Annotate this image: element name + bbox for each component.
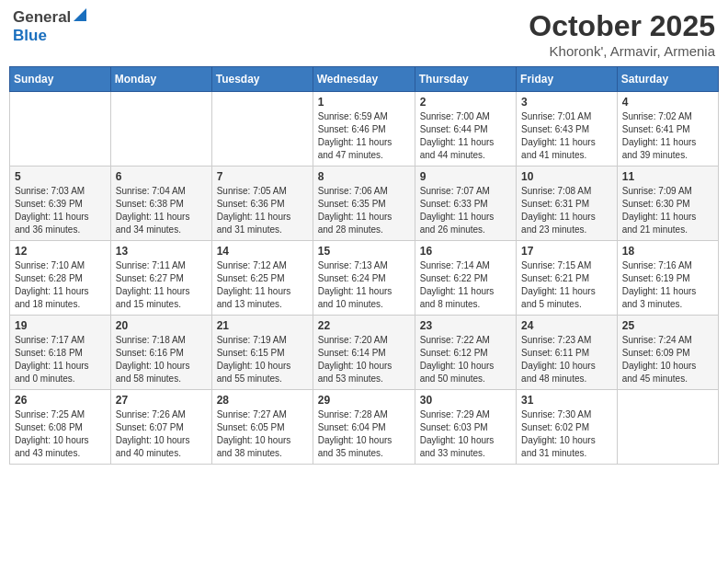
day-info: Sunrise: 7:20 AM Sunset: 6:14 PM Dayligh… — [318, 334, 410, 385]
day-number: 4 — [622, 96, 713, 109]
day-info: Sunrise: 7:24 AM Sunset: 6:09 PM Dayligh… — [622, 334, 713, 385]
page: General Blue October 2025 Khoronk', Arma… — [0, 0, 728, 563]
day-number: 29 — [318, 394, 410, 407]
day-info: Sunrise: 7:30 AM Sunset: 6:02 PM Dayligh… — [521, 408, 612, 460]
weekday-header-sunday: Sunday — [10, 67, 111, 92]
day-cell: 9Sunrise: 7:07 AM Sunset: 6:33 PM Daylig… — [415, 167, 516, 241]
day-cell: 7Sunrise: 7:05 AM Sunset: 6:36 PM Daylig… — [211, 167, 313, 241]
day-info: Sunrise: 7:26 AM Sunset: 6:07 PM Dayligh… — [116, 408, 207, 460]
day-number: 15 — [318, 245, 410, 258]
day-cell: 12Sunrise: 7:10 AM Sunset: 6:28 PM Dayli… — [10, 241, 111, 316]
day-info: Sunrise: 7:08 AM Sunset: 6:31 PM Dayligh… — [521, 185, 612, 236]
day-info: Sunrise: 7:06 AM Sunset: 6:35 PM Dayligh… — [318, 185, 410, 236]
day-info: Sunrise: 7:03 AM Sunset: 6:39 PM Dayligh… — [15, 185, 106, 236]
day-cell: 16Sunrise: 7:14 AM Sunset: 6:22 PM Dayli… — [415, 241, 516, 316]
day-number: 9 — [420, 170, 511, 183]
day-cell: 24Sunrise: 7:23 AM Sunset: 6:11 PM Dayli… — [517, 316, 618, 390]
day-cell: 25Sunrise: 7:24 AM Sunset: 6:09 PM Dayli… — [617, 316, 718, 390]
day-info: Sunrise: 7:09 AM Sunset: 6:30 PM Dayligh… — [622, 185, 713, 236]
day-info: Sunrise: 7:13 AM Sunset: 6:24 PM Dayligh… — [318, 259, 410, 311]
day-number: 31 — [521, 394, 612, 407]
month-title: October 2025 — [529, 9, 715, 43]
weekday-header-tuesday: Tuesday — [211, 67, 313, 92]
day-cell: 17Sunrise: 7:15 AM Sunset: 6:21 PM Dayli… — [517, 241, 618, 316]
day-cell: 15Sunrise: 7:13 AM Sunset: 6:24 PM Dayli… — [313, 241, 415, 316]
day-cell: 10Sunrise: 7:08 AM Sunset: 6:31 PM Dayli… — [517, 167, 618, 241]
week-row-3: 12Sunrise: 7:10 AM Sunset: 6:28 PM Dayli… — [10, 241, 719, 316]
day-cell: 11Sunrise: 7:09 AM Sunset: 6:30 PM Dayli… — [617, 167, 718, 241]
logo-triangle-icon — [74, 7, 86, 26]
day-info: Sunrise: 7:05 AM Sunset: 6:36 PM Dayligh… — [217, 185, 308, 236]
week-row-4: 19Sunrise: 7:17 AM Sunset: 6:18 PM Dayli… — [10, 316, 719, 390]
day-number: 23 — [420, 319, 511, 332]
weekday-header-friday: Friday — [517, 67, 618, 92]
day-info: Sunrise: 7:04 AM Sunset: 6:38 PM Dayligh… — [116, 185, 207, 236]
day-cell: 31Sunrise: 7:30 AM Sunset: 6:02 PM Dayli… — [517, 390, 618, 465]
day-info: Sunrise: 7:17 AM Sunset: 6:18 PM Dayligh… — [15, 334, 106, 385]
day-info: Sunrise: 7:25 AM Sunset: 6:08 PM Dayligh… — [15, 408, 106, 460]
day-cell: 3Sunrise: 7:01 AM Sunset: 6:43 PM Daylig… — [517, 92, 618, 167]
day-number: 5 — [15, 170, 106, 183]
day-number: 1 — [318, 96, 410, 109]
day-number: 26 — [15, 394, 106, 407]
day-cell: 28Sunrise: 7:27 AM Sunset: 6:05 PM Dayli… — [211, 390, 313, 465]
day-info: Sunrise: 7:23 AM Sunset: 6:11 PM Dayligh… — [521, 334, 612, 385]
day-cell — [110, 92, 211, 167]
day-cell — [10, 92, 111, 167]
day-number: 6 — [116, 170, 207, 183]
day-info: Sunrise: 6:59 AM Sunset: 6:46 PM Dayligh… — [318, 110, 410, 162]
day-info: Sunrise: 7:10 AM Sunset: 6:28 PM Dayligh… — [15, 259, 106, 311]
weekday-header-thursday: Thursday — [415, 67, 516, 92]
day-number: 17 — [521, 245, 612, 258]
day-number: 16 — [420, 245, 511, 258]
weekday-header-row: SundayMondayTuesdayWednesdayThursdayFrid… — [10, 67, 719, 92]
day-info: Sunrise: 7:28 AM Sunset: 6:04 PM Dayligh… — [318, 408, 410, 460]
day-cell: 21Sunrise: 7:19 AM Sunset: 6:15 PM Dayli… — [211, 316, 313, 390]
day-cell: 5Sunrise: 7:03 AM Sunset: 6:39 PM Daylig… — [10, 167, 111, 241]
day-info: Sunrise: 7:12 AM Sunset: 6:25 PM Dayligh… — [217, 259, 308, 311]
day-info: Sunrise: 7:07 AM Sunset: 6:33 PM Dayligh… — [420, 185, 511, 236]
day-number: 18 — [622, 245, 713, 258]
day-info: Sunrise: 7:27 AM Sunset: 6:05 PM Dayligh… — [217, 408, 308, 460]
day-number: 25 — [622, 319, 713, 332]
day-number: 28 — [217, 394, 308, 407]
logo-blue-text: Blue — [13, 27, 47, 44]
day-number: 3 — [521, 96, 612, 109]
day-cell: 14Sunrise: 7:12 AM Sunset: 6:25 PM Dayli… — [211, 241, 313, 316]
day-cell — [211, 92, 313, 167]
day-info: Sunrise: 7:02 AM Sunset: 6:41 PM Dayligh… — [622, 110, 713, 162]
day-info: Sunrise: 7:29 AM Sunset: 6:03 PM Dayligh… — [420, 408, 511, 460]
day-number: 12 — [15, 245, 106, 258]
weekday-header-wednesday: Wednesday — [313, 67, 415, 92]
day-cell — [617, 390, 718, 465]
calendar-table: SundayMondayTuesdayWednesdayThursdayFrid… — [9, 66, 719, 465]
day-info: Sunrise: 7:16 AM Sunset: 6:19 PM Dayligh… — [622, 259, 713, 311]
week-row-5: 26Sunrise: 7:25 AM Sunset: 6:08 PM Dayli… — [10, 390, 719, 465]
day-cell: 6Sunrise: 7:04 AM Sunset: 6:38 PM Daylig… — [110, 167, 211, 241]
day-number: 11 — [622, 170, 713, 183]
day-number: 10 — [521, 170, 612, 183]
day-info: Sunrise: 7:00 AM Sunset: 6:44 PM Dayligh… — [420, 110, 511, 162]
day-number: 27 — [116, 394, 207, 407]
day-number: 22 — [318, 319, 410, 332]
week-row-1: 1Sunrise: 6:59 AM Sunset: 6:46 PM Daylig… — [10, 92, 719, 167]
logo: General Blue — [13, 9, 86, 44]
svg-marker-0 — [74, 8, 86, 21]
day-cell: 1Sunrise: 6:59 AM Sunset: 6:46 PM Daylig… — [313, 92, 415, 167]
day-cell: 4Sunrise: 7:02 AM Sunset: 6:41 PM Daylig… — [617, 92, 718, 167]
day-number: 2 — [420, 96, 511, 109]
day-number: 19 — [15, 319, 106, 332]
day-cell: 19Sunrise: 7:17 AM Sunset: 6:18 PM Dayli… — [10, 316, 111, 390]
location: Khoronk', Armavir, Armenia — [529, 43, 715, 59]
day-number: 8 — [318, 170, 410, 183]
day-cell: 18Sunrise: 7:16 AM Sunset: 6:19 PM Dayli… — [617, 241, 718, 316]
logo-general-text: General — [13, 9, 71, 27]
day-number: 30 — [420, 394, 511, 407]
header: General Blue October 2025 Khoronk', Arma… — [9, 9, 719, 59]
day-cell: 20Sunrise: 7:18 AM Sunset: 6:16 PM Dayli… — [110, 316, 211, 390]
weekday-header-monday: Monday — [110, 67, 211, 92]
day-info: Sunrise: 7:11 AM Sunset: 6:27 PM Dayligh… — [116, 259, 207, 311]
day-info: Sunrise: 7:01 AM Sunset: 6:43 PM Dayligh… — [521, 110, 612, 162]
day-cell: 13Sunrise: 7:11 AM Sunset: 6:27 PM Dayli… — [110, 241, 211, 316]
day-cell: 8Sunrise: 7:06 AM Sunset: 6:35 PM Daylig… — [313, 167, 415, 241]
